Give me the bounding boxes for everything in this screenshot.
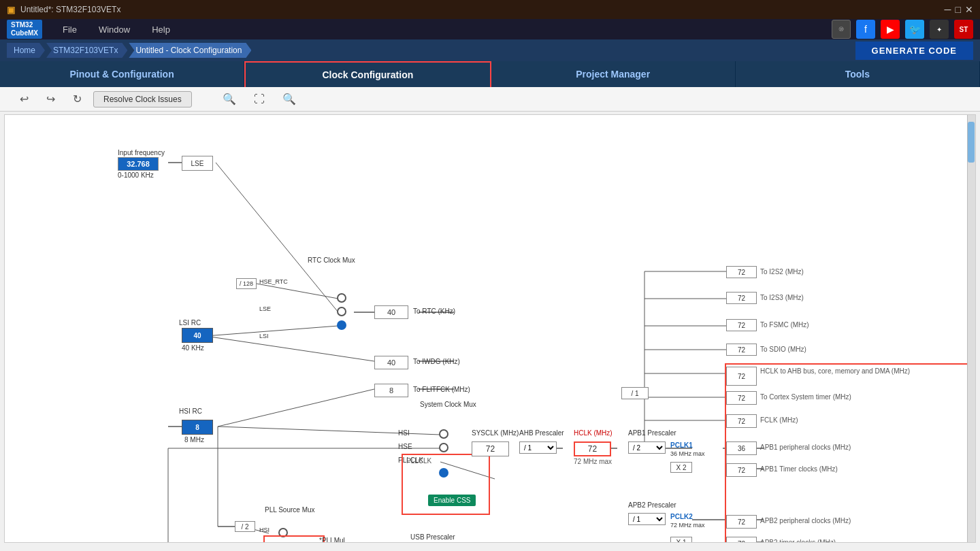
scroll-thumb[interactable]	[968, 122, 975, 163]
svg-line-7	[206, 336, 374, 361]
x2-apb1-box: X 2	[670, 462, 692, 473]
tab-clock[interactable]: Clock Configuration	[244, 61, 491, 87]
fsmc-value[interactable]: 72	[726, 319, 757, 331]
file-menu[interactable]: File	[53, 22, 86, 37]
hclk-ahb-label: HCLK to AHB bus, core, memory and DMA (M…	[760, 367, 951, 375]
hsi-mhz-label: 8 MHz	[184, 436, 204, 444]
resolve-clock-button[interactable]: Resolve Clock Issues	[93, 91, 192, 107]
div128-box: / 128	[236, 278, 257, 289]
sysclk-value[interactable]: 72	[472, 441, 509, 456]
breadcrumb-home[interactable]: Home	[7, 43, 45, 58]
redo-button[interactable]: ↪	[40, 89, 61, 109]
i2s2-value[interactable]: 72	[726, 266, 757, 278]
menu-bar: STM32 CubeMX File Window Help ⑩ f ▶ 🐦 ✦ …	[0, 19, 980, 39]
apb2-timer-value[interactable]: 72	[726, 537, 757, 542]
network-icon[interactable]: ✦	[930, 20, 949, 39]
tab-project[interactable]: Project Manager	[491, 61, 736, 87]
lsi-value-box[interactable]: 40	[182, 328, 213, 343]
fit-button[interactable]: ⛶	[248, 90, 271, 109]
generate-code-button[interactable]: GENERATE CODE	[855, 41, 973, 60]
minimize-button[interactable]: ─	[945, 4, 951, 15]
apb2-prescaler-label: APB2 Prescaler	[628, 501, 676, 509]
cortex-label: To Cortex System timer (MHz)	[760, 393, 851, 401]
sdio-label: To SDIO (MHz)	[760, 346, 806, 353]
to-rtc-label: To RTC (KHz)	[413, 307, 455, 315]
zoom-in-button[interactable]: 🔍	[216, 89, 242, 109]
title-bar: ▣ Untitled*: STM32F103VETx ─ □ ✕	[0, 0, 980, 19]
pclk2-max-label: 72 MHz max	[670, 522, 705, 529]
sdio-value[interactable]: 72	[726, 344, 757, 356]
input-freq-top-value[interactable]: 32.768	[118, 157, 159, 171]
twitter-icon[interactable]: 🐦	[905, 20, 924, 39]
diagram-lines	[5, 115, 975, 542]
rtc-mux-lsi-radio[interactable]	[337, 320, 346, 330]
apb2-timer-label: APB2 timer clocks (MHz)	[760, 539, 836, 542]
pll-src-hsi-radio[interactable]	[278, 528, 288, 537]
youtube-icon[interactable]: ▶	[881, 20, 900, 39]
apb2-prescaler-select[interactable]: / 1	[628, 513, 666, 525]
hse-rtc-label: HSE_RTC	[259, 278, 288, 285]
facebook-icon[interactable]: f	[856, 20, 875, 39]
zoom-out-button[interactable]: 🔍	[276, 89, 302, 109]
x1-apb2-box: X 1	[670, 537, 692, 542]
ahb-prescaler-select[interactable]: / 1	[519, 441, 557, 454]
breadcrumb-bar: Home STM32F103VETx Untitled - Clock Conf…	[0, 39, 980, 61]
sysclk-label: SYSCLK (MHz)	[472, 429, 519, 437]
window-menu[interactable]: Window	[89, 22, 140, 37]
breadcrumb-project[interactable]: Untitled - Clock Configuration	[129, 43, 251, 58]
i2s3-value[interactable]: 72	[726, 292, 757, 304]
to-flit-label: To FLITFCK (MHz)	[413, 386, 470, 393]
apb2-periph-label: APB2 peripheral clocks (MHz)	[760, 517, 851, 524]
i2s2-label: To I2S2 (MHz)	[760, 268, 804, 276]
undo-button[interactable]: ↩	[14, 89, 35, 109]
pllmul-section	[263, 535, 325, 542]
rtc-mux-label: RTC Clock Mux	[308, 256, 355, 264]
to-iwdg-value[interactable]: 40	[374, 356, 408, 369]
clock-diagram: Input frequency 32.768 0-1000 KHz LSE LS…	[5, 115, 975, 542]
rtc-mux-hse-radio[interactable]	[337, 293, 346, 303]
enable-css-button[interactable]: Enable CSS	[428, 495, 476, 506]
lsi-option-label: LSI	[259, 333, 269, 339]
apb2-periph-value[interactable]: 72	[726, 515, 757, 529]
sysclk-hse-radio[interactable]	[439, 443, 448, 452]
cortex-value[interactable]: 72	[726, 391, 757, 405]
badge-icon: ⑩	[832, 20, 851, 39]
refresh-button[interactable]: ↻	[67, 89, 88, 109]
tab-tools[interactable]: Tools	[736, 61, 980, 87]
hclk-value[interactable]: 72	[574, 441, 611, 456]
apb1-periph-value[interactable]: 36	[726, 441, 757, 455]
fclk-value[interactable]: 72	[726, 414, 757, 428]
pllmul-label: *PLLMul	[319, 537, 345, 542]
maximize-button[interactable]: □	[956, 4, 961, 15]
close-button[interactable]: ✕	[965, 4, 973, 15]
to-flit-value[interactable]: 8	[374, 384, 408, 397]
outputs-section	[725, 363, 970, 542]
hsi-value-box[interactable]: 8	[182, 420, 213, 435]
sysclk-hsi-radio[interactable]	[439, 429, 448, 439]
fclk-label: FCLK (MHz)	[760, 416, 798, 424]
to-rtc-value[interactable]: 40	[374, 305, 408, 319]
stm32-logo: STM32 CubeMX	[7, 20, 42, 39]
sysclk-pll-radio[interactable]	[439, 468, 448, 478]
pclk1-max-label: 36 MHz max	[670, 450, 705, 457]
to-iwdg-label: To IWDG (KHz)	[413, 358, 460, 365]
scrollbar[interactable]	[967, 115, 975, 542]
div1-sys-box: / 1	[621, 387, 649, 399]
hclk-max-label: 72 MHz max	[574, 458, 612, 465]
hsi-rc-label: HSI RC	[179, 407, 202, 415]
pclk2-label: PCLK2	[670, 513, 693, 520]
lsi-rc-label: LSI RC	[179, 319, 201, 327]
apb1-prescaler-select[interactable]: / 2	[628, 441, 666, 454]
lsi-khz-label: 40 KHz	[182, 344, 204, 352]
sysclk-mux-label: System Clock Mux	[420, 401, 476, 408]
rtc-mux-lse-radio[interactable]	[337, 307, 346, 316]
breadcrumb-device[interactable]: STM32F103VETx	[46, 43, 127, 58]
svg-line-1	[216, 163, 338, 312]
apb1-timer-value[interactable]: 72	[726, 463, 757, 477]
svg-line-21	[440, 462, 495, 479]
hclk-ahb-value[interactable]: 72	[726, 367, 757, 386]
help-menu[interactable]: Help	[142, 22, 180, 37]
tab-pinout[interactable]: Pinout & Configuration	[0, 61, 244, 87]
i2s3-label: To I2S3 (MHz)	[760, 294, 804, 301]
apb1-prescaler-label: APB1 Prescaler	[628, 429, 676, 437]
